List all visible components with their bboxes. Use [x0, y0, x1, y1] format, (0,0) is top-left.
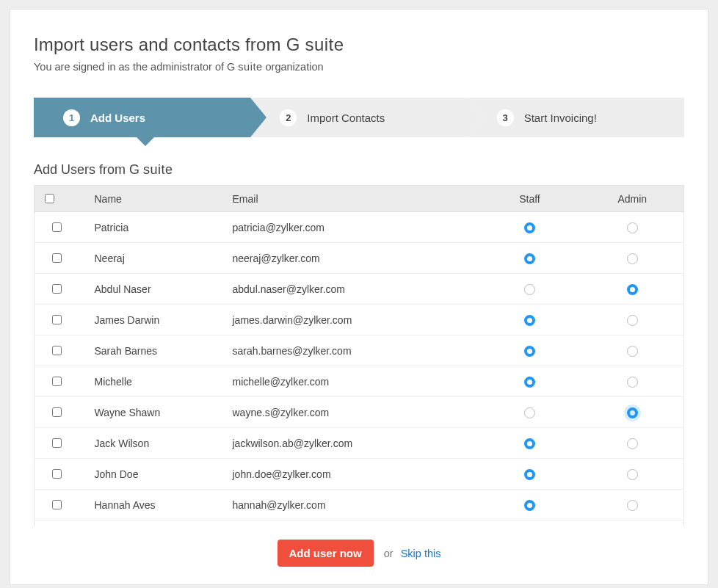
row-check-cell: [35, 428, 79, 459]
row-admin-cell: [581, 428, 684, 459]
admin-radio[interactable]: [627, 346, 638, 357]
row-email: jackwilson.ab@zylker.com: [225, 428, 479, 459]
import-panel: Import users and contacts from G suite Y…: [10, 9, 708, 585]
wizard-stepper: 1 Add Users 2 Import Contacts 3 Start In…: [34, 98, 684, 137]
row-admin-cell: [581, 335, 684, 366]
add-user-button[interactable]: Add user now: [278, 540, 374, 567]
staff-radio[interactable]: [524, 222, 535, 233]
row-staff-cell: [479, 274, 581, 305]
step-label: Add Users: [90, 112, 145, 124]
row-admin-cell: [581, 243, 684, 274]
subtitle-suffix: organization: [263, 61, 324, 73]
row-admin-cell: [581, 397, 684, 428]
admin-radio[interactable]: [627, 469, 638, 480]
row-name: Hannah Aves: [79, 490, 225, 520]
table-row: Jack Wilsonjackwilson.ab@zylker.com: [35, 428, 684, 459]
row-name: Abdul Naser: [79, 274, 225, 305]
admin-radio[interactable]: [627, 284, 638, 295]
step-caret-icon: [137, 137, 154, 146]
table-row: James Darwinjames.darwin@zylker.com: [35, 305, 684, 335]
row-email: james.darwin@zylker.com: [225, 305, 479, 335]
admin-radio[interactable]: [627, 500, 638, 511]
table-row: Neerajneeraj@zylker.com: [35, 243, 684, 274]
table-scroll[interactable]: Patriciapatricia@zylker.comNeerajneeraj@…: [34, 212, 684, 526]
row-name: Wayne Shawn: [79, 397, 225, 428]
row-check-cell: [35, 366, 79, 397]
staff-radio[interactable]: [524, 346, 535, 357]
row-staff-cell: [479, 459, 581, 490]
table-row: Sarah Barnessarah.barnes@zylker.com: [35, 335, 684, 366]
row-staff-cell: [479, 428, 581, 459]
table-row: Patriciapatricia@zylker.com: [35, 212, 684, 243]
admin-radio[interactable]: [627, 438, 638, 449]
row-check-cell: [35, 274, 79, 305]
gsuite-suite: suite: [305, 35, 344, 54]
admin-radio[interactable]: [627, 222, 638, 233]
step-label: Start Invoicing!: [524, 112, 597, 124]
staff-radio[interactable]: [524, 469, 535, 480]
row-admin-cell: [581, 490, 684, 520]
row-email: patricia@zylker.com: [225, 212, 479, 243]
header-admin: Admin: [581, 186, 684, 212]
row-name: Barani yolan: [79, 520, 225, 527]
step-start-invoicing[interactable]: 3 Start Invoicing!: [468, 98, 684, 137]
row-check-cell: [35, 520, 79, 527]
users-table: Name Email Staff Admin: [34, 185, 684, 212]
row-admin-cell: [581, 459, 684, 490]
step-number: 2: [280, 109, 297, 126]
row-name: Michelle: [79, 366, 225, 397]
step-import-contacts[interactable]: 2 Import Contacts: [250, 98, 467, 137]
staff-radio[interactable]: [524, 377, 535, 388]
staff-radio[interactable]: [524, 284, 535, 295]
row-checkbox[interactable]: [52, 438, 62, 448]
row-checkbox[interactable]: [52, 407, 62, 417]
row-checkbox[interactable]: [52, 315, 62, 324]
row-staff-cell: [479, 305, 581, 335]
row-staff-cell: [479, 243, 581, 274]
staff-radio[interactable]: [524, 500, 535, 511]
admin-radio[interactable]: [627, 253, 638, 264]
row-checkbox[interactable]: [52, 346, 62, 355]
table-row: Hannah Aveshannah@zylker.com: [35, 490, 684, 520]
row-admin-cell: [581, 305, 684, 335]
page-title: Import users and contacts from G suite: [34, 35, 684, 55]
row-checkbox[interactable]: [52, 284, 62, 294]
row-name: John Doe: [79, 459, 225, 490]
table-row: Wayne Shawnwayne.s@zylker.com: [35, 397, 684, 428]
admin-radio[interactable]: [627, 377, 638, 388]
row-email: wayne.s@zylker.com: [225, 397, 479, 428]
page-title-prefix: Import users and contacts from: [34, 35, 286, 54]
gsuite-brand: G suite: [286, 35, 344, 55]
gsuite-brand-section: G suite: [129, 162, 173, 178]
row-staff-cell: [479, 397, 581, 428]
staff-radio[interactable]: [524, 438, 535, 449]
gsuite-brand-small: G suite: [227, 61, 262, 73]
row-staff-cell: [479, 335, 581, 366]
row-email: barani@solutiontest.com: [225, 520, 479, 527]
table-row: Michellemichelle@zylker.com: [35, 366, 684, 397]
users-table-body: Patriciapatricia@zylker.comNeerajneeraj@…: [34, 212, 684, 526]
step-number: 1: [63, 109, 80, 126]
admin-radio[interactable]: [627, 407, 638, 418]
row-checkbox[interactable]: [52, 500, 62, 509]
row-email: sarah.barnes@zylker.com: [225, 335, 479, 366]
staff-radio[interactable]: [524, 315, 535, 326]
staff-radio[interactable]: [524, 407, 535, 418]
row-checkbox[interactable]: [52, 377, 62, 386]
select-all-checkbox[interactable]: [45, 194, 54, 203]
row-staff-cell: [479, 366, 581, 397]
skip-link[interactable]: Skip this: [401, 548, 441, 559]
admin-radio[interactable]: [627, 315, 638, 326]
row-name: Patricia: [79, 212, 225, 243]
row-check-cell: [35, 212, 79, 243]
header-select-all: [35, 186, 79, 212]
section-title-prefix: Add Users from: [34, 162, 129, 177]
row-checkbox[interactable]: [52, 222, 62, 232]
step-add-users[interactable]: 1 Add Users: [34, 98, 250, 137]
row-checkbox[interactable]: [52, 253, 62, 263]
staff-radio[interactable]: [524, 253, 535, 264]
row-name: Jack Wilson: [79, 428, 225, 459]
step-label: Import Contacts: [307, 112, 385, 124]
row-checkbox[interactable]: [52, 469, 62, 479]
step-number: 3: [497, 109, 514, 126]
